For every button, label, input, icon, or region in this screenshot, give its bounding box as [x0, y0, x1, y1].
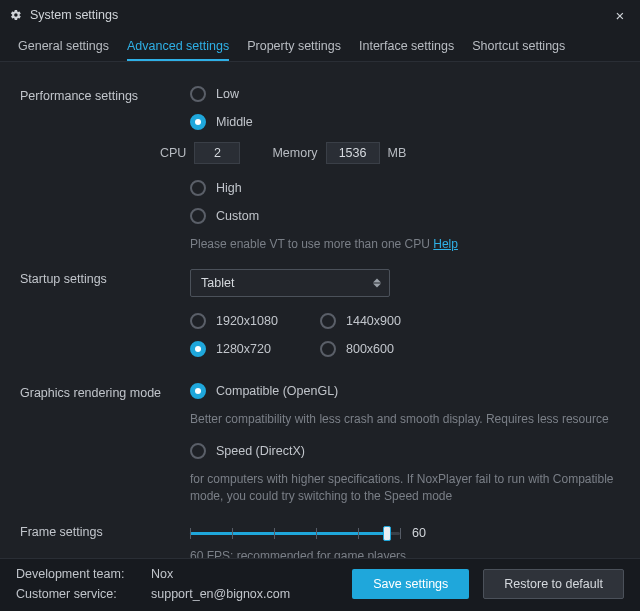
titlebar: System settings × [0, 0, 640, 30]
radio-compatible[interactable]: Compatible (OpenGL) [190, 383, 620, 399]
res-1280-label: 1280x720 [216, 342, 271, 356]
memory-input[interactable] [326, 142, 380, 164]
radio-low-label: Low [216, 87, 239, 101]
dev-team-value: Nox [151, 567, 173, 581]
memory-label: Memory [272, 146, 317, 160]
tabs: General settings Advanced settings Prope… [0, 30, 640, 62]
radio-icon [190, 313, 206, 329]
radio-middle[interactable]: Middle [190, 114, 620, 130]
startup-label: Startup settings [20, 269, 190, 286]
chevron-updown-icon [373, 279, 381, 288]
radio-custom-label: Custom [216, 209, 259, 223]
radio-high-label: High [216, 181, 242, 195]
radio-custom[interactable]: Custom [190, 208, 620, 224]
frame-label: Frame settings [20, 522, 190, 539]
window-title: System settings [30, 8, 118, 22]
settings-content: Performance settings Low Middle CPU Memo… [0, 62, 640, 562]
startup-dropdown-value: Tablet [201, 276, 234, 290]
radio-res-1440[interactable]: 1440x900 [320, 313, 450, 329]
graphics-label: Graphics rendering mode [20, 383, 190, 400]
tab-property[interactable]: Property settings [247, 39, 341, 61]
cpu-label: CPU [160, 146, 186, 160]
compatible-hint: Better compatibility with less crash and… [190, 411, 620, 428]
memory-unit: MB [388, 146, 407, 160]
restore-default-button[interactable]: Restore to default [483, 569, 624, 599]
gear-icon [10, 9, 22, 21]
close-icon[interactable]: × [610, 7, 630, 24]
radio-res-1280[interactable]: 1280x720 [190, 341, 320, 357]
radio-icon [320, 341, 336, 357]
vt-hint-text: Please enable VT to use more than one CP… [190, 237, 433, 251]
compatible-label: Compatible (OpenGL) [216, 384, 338, 398]
vt-hint: Please enable VT to use more than one CP… [190, 236, 620, 253]
support-value: support_en@bignox.com [151, 587, 290, 601]
tab-general[interactable]: General settings [18, 39, 109, 61]
radio-speed[interactable]: Speed (DirectX) [190, 443, 620, 459]
radio-icon [190, 114, 206, 130]
speed-label: Speed (DirectX) [216, 444, 305, 458]
res-1920-label: 1920x1080 [216, 314, 278, 328]
startup-dropdown[interactable]: Tablet [190, 269, 390, 297]
radio-icon [190, 86, 206, 102]
radio-icon [190, 443, 206, 459]
radio-icon [190, 341, 206, 357]
performance-label: Performance settings [20, 86, 190, 103]
slider-thumb[interactable] [383, 526, 391, 541]
radio-icon [190, 180, 206, 196]
radio-icon [190, 208, 206, 224]
speed-hint: for computers with higher specifications… [190, 471, 620, 506]
res-1440-label: 1440x900 [346, 314, 401, 328]
radio-icon [320, 313, 336, 329]
support-label: Customer service: [16, 587, 141, 601]
radio-middle-label: Middle [216, 115, 253, 129]
footer: Development team: Nox Customer service: … [0, 558, 640, 611]
tab-shortcut[interactable]: Shortcut settings [472, 39, 565, 61]
radio-res-1920[interactable]: 1920x1080 [190, 313, 320, 329]
res-800-label: 800x600 [346, 342, 394, 356]
dev-team-label: Development team: [16, 567, 141, 581]
radio-icon [190, 383, 206, 399]
tab-advanced[interactable]: Advanced settings [127, 39, 229, 61]
cpu-input[interactable] [194, 142, 240, 164]
tab-interface[interactable]: Interface settings [359, 39, 454, 61]
fps-slider[interactable] [190, 524, 400, 542]
radio-res-800[interactable]: 800x600 [320, 341, 450, 357]
fps-value: 60 [412, 526, 426, 540]
radio-low[interactable]: Low [190, 86, 620, 102]
vt-help-link[interactable]: Help [433, 237, 458, 251]
save-button[interactable]: Save settings [352, 569, 469, 599]
radio-high[interactable]: High [190, 180, 620, 196]
